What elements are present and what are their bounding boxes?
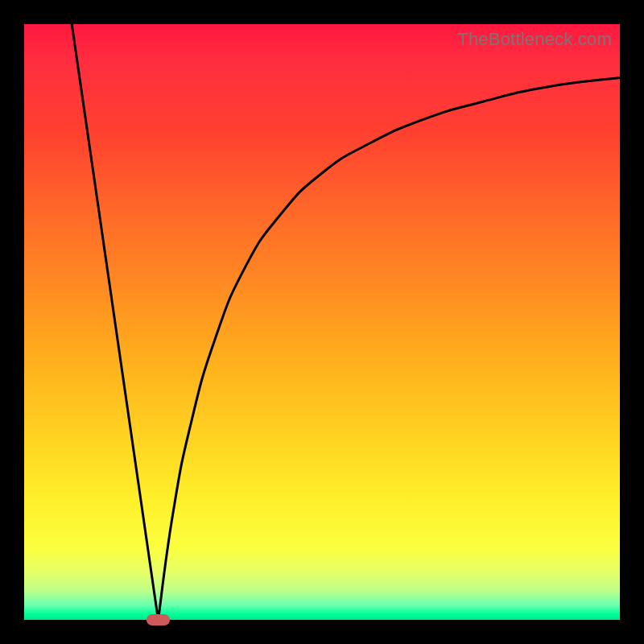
curve-path (72, 24, 620, 620)
curve-svg (24, 24, 620, 620)
chart-frame: TheBottleneck.com (0, 0, 644, 644)
optimal-marker (147, 614, 169, 625)
plot-area: TheBottleneck.com (24, 24, 620, 620)
